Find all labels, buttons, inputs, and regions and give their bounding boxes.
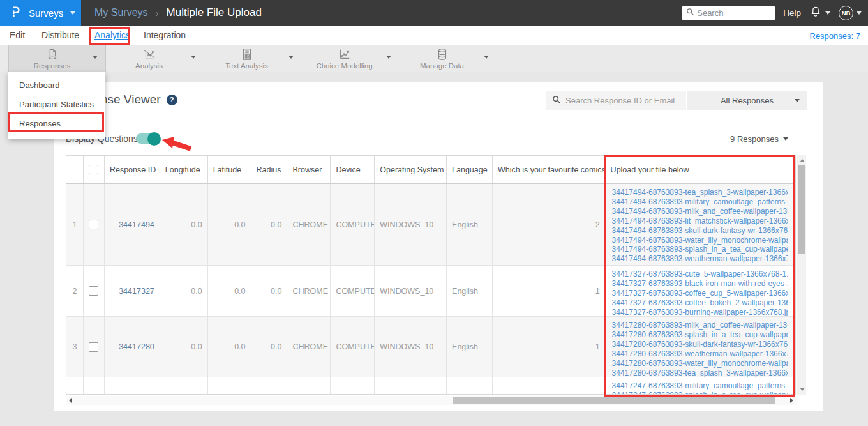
cell-latitude: 0.0 [208, 266, 251, 316]
file-link[interactable]: 34417494-68763893-milk_and_coffee-wallpa… [612, 207, 788, 217]
cell-latitude: 0.0 [208, 317, 251, 377]
topbar-right-cluster: Help NB [682, 0, 862, 26]
cell-language: English [447, 184, 493, 265]
file-link[interactable]: 34417494-68763893-tea_splash_3-wallpaper… [612, 188, 788, 197]
column-header-checkbox[interactable] [84, 156, 105, 183]
response-id-link[interactable]: 34417494 [119, 220, 154, 229]
response-viewer-panel: Response Viewer ? All Responses Display … [54, 82, 823, 411]
menu-item-participant-statistics[interactable]: Participant Statistics [8, 95, 105, 114]
scroll-right-icon[interactable] [790, 398, 793, 403]
file-link[interactable]: 34417494-68763893-splash_in_a_tea_cup-wa… [612, 245, 788, 254]
menu-item-dashboard[interactable]: Dashboard [8, 76, 105, 95]
row-checkbox[interactable] [89, 286, 98, 296]
horizontal-scroll-thumb[interactable] [453, 397, 775, 404]
chevron-down-icon[interactable] [386, 56, 391, 59]
menu-item-responses[interactable]: Responses [8, 114, 105, 133]
responses-dropdown-menu: Dashboard Participant Statistics Respons… [8, 72, 105, 139]
file-link[interactable]: 34417280-68763893-weatherman-wallpaper-1… [612, 349, 788, 359]
toolbar-tab-manage-data[interactable]: Manage Data [399, 45, 497, 72]
column-header-device[interactable]: Device [331, 156, 375, 183]
top-bar: Surveys My Surveys › Multiple File Uploa… [0, 0, 868, 26]
file-link[interactable]: 34417494-68763893-water_lily_monochrome-… [612, 236, 788, 245]
cell-device: COMPUTER [331, 184, 375, 265]
response-search[interactable] [546, 91, 686, 110]
column-header-radius[interactable]: Radius [251, 156, 288, 183]
column-header-longitude[interactable]: Longitude [160, 156, 208, 183]
column-header-label: Longitude [165, 165, 200, 174]
file-link[interactable]: 34417494-68763893-skull-dark-fantasy-wr-… [612, 226, 788, 236]
chevron-down-icon[interactable] [484, 56, 489, 59]
response-id-link[interactable]: 34417327 [119, 287, 154, 296]
response-filter-dropdown[interactable]: All Responses [687, 91, 807, 110]
responses-per-page-selector[interactable]: 9 Responses [730, 134, 788, 144]
help-link[interactable]: Help [783, 8, 801, 18]
file-link[interactable]: 34417280-68763893-skull-dark-fantasy-wr-… [612, 340, 788, 349]
file-link[interactable]: 34417327-68763893-coffee_cup_5-wallpaper… [612, 289, 788, 298]
scroll-up-icon[interactable] [800, 159, 805, 162]
horizontal-scrollbar[interactable] [66, 396, 797, 405]
file-link[interactable]: 34417327-68763893-coffee_bokeh_2-wallpap… [612, 298, 788, 308]
file-link[interactable]: 34417327-68763893-cute_5-wallpaper-1366x… [612, 270, 788, 279]
row-checkbox[interactable] [89, 342, 98, 352]
select-all-checkbox[interactable] [89, 165, 98, 174]
analysis-icon [142, 47, 156, 61]
questionpro-logo-icon [9, 4, 23, 21]
column-header-operating-system[interactable]: Operating System [375, 156, 447, 183]
table-row: 1344174940.00.00.0CHROMECOMPUTERWINDOWS_… [66, 184, 795, 266]
file-link[interactable]: 34417280-68763893-water_lily_monochrome-… [612, 359, 788, 369]
column-header-label: Radius [257, 165, 281, 174]
chevron-down-icon [783, 137, 788, 141]
chevron-down-icon[interactable] [288, 56, 294, 59]
chevron-down-icon[interactable] [93, 56, 98, 59]
notifications-button[interactable] [809, 5, 830, 20]
column-header-response-id[interactable]: Response ID▲ [105, 156, 160, 183]
file-link[interactable]: 34417280-68763893-milk_and_coffee-wallpa… [612, 321, 788, 330]
response-id-link[interactable]: 34417280 [119, 342, 154, 351]
product-menu[interactable]: Surveys [0, 0, 81, 26]
file-link[interactable]: 34417327-68763893-burning-wallpaper-1366… [612, 308, 788, 316]
row-checkbox[interactable] [89, 220, 98, 229]
cell-upload-file: 34417327-68763893-cute_5-wallpaper-1366x… [606, 266, 795, 316]
cell-favourite-comics [493, 377, 606, 395]
nav-tab-edit[interactable]: Edit [10, 30, 25, 40]
column-header-browser[interactable]: Browser [287, 156, 331, 183]
global-search-input[interactable] [697, 8, 770, 18]
vertical-scrollbar[interactable] [797, 155, 806, 395]
global-search[interactable] [682, 6, 775, 20]
toolbar-tab-responses[interactable]: Responses [8, 45, 106, 72]
column-header-upload-file[interactable]: Upload your file below [606, 156, 795, 183]
column-header-favourite-comics[interactable]: Which is your favourite comics? [493, 156, 606, 183]
toolbar-tab-analysis[interactable]: Analysis [106, 45, 204, 72]
chevron-down-icon[interactable] [191, 56, 196, 59]
toolbar-tab-label: Text Analysis [225, 62, 267, 70]
nav-tab-distribute[interactable]: Distribute [41, 30, 79, 40]
file-link[interactable]: 34417247-68763893-military_camouflage_pa… [612, 381, 788, 391]
file-link[interactable]: 34417327-68763893-black-iron-man-with-re… [612, 279, 788, 289]
cell-longitude: 0.0 [160, 184, 208, 265]
column-header-label: Language [452, 165, 488, 174]
column-header-language[interactable]: Language [447, 156, 493, 183]
nav-tab-analytics[interactable]: Analytics [94, 30, 130, 40]
file-link[interactable]: 34417494-68763893-weatherman-wallpaper-1… [612, 254, 788, 264]
cell-radius: 0.0 [251, 266, 288, 316]
scroll-left-icon[interactable] [69, 398, 72, 403]
file-link[interactable]: 34417247-68763893-splash_in_a_tea_cup-wa… [612, 391, 788, 395]
chevron-down-icon [857, 11, 862, 15]
file-link[interactable]: 34417280-68763893-tea_splash_3-wallpaper… [612, 369, 788, 377]
display-questions-toggle[interactable] [136, 133, 159, 144]
file-link[interactable]: 34417494-68763893-military_camouflage_pa… [612, 197, 788, 207]
toolbar-tab-choice-modelling[interactable]: Choice Modelling [301, 45, 399, 72]
file-link[interactable]: 34417494-68763893-lit_matchstick-wallpap… [612, 217, 788, 226]
scroll-down-icon[interactable] [800, 388, 805, 391]
column-header-latitude[interactable]: Latitude [208, 156, 251, 183]
toolbar-tab-text-analysis[interactable]: Text Analysis [204, 45, 301, 72]
help-question-icon[interactable]: ? [167, 95, 177, 105]
breadcrumb-my-surveys[interactable]: My Surveys [94, 7, 148, 19]
file-link[interactable]: 34417280-68763893-splash_in_a_tea_cup-wa… [612, 330, 788, 340]
cell-operating-system [375, 377, 447, 395]
vertical-scroll-thumb[interactable] [798, 165, 805, 254]
cell-latitude [208, 377, 251, 395]
account-menu[interactable]: NB [839, 6, 862, 20]
nav-tab-integration[interactable]: Integration [144, 30, 186, 40]
response-search-input[interactable] [565, 96, 677, 105]
